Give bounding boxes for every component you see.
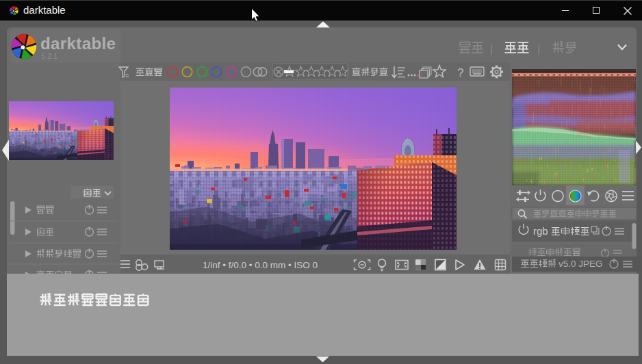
- svg-text:|: |: [537, 42, 540, 55]
- svg-text:1/inf • f/0.0 • 0.0 mm • ISO 0: 1/inf • f/0.0 • 0.0 mm • ISO 0: [203, 260, 318, 270]
- svg-text:|: |: [490, 42, 493, 55]
- svg-text:?: ?: [457, 66, 463, 79]
- svg-text:rgb: rgb: [533, 225, 548, 237]
- svg-text:v5.0 JPEG: v5.0 JPEG: [558, 259, 603, 269]
